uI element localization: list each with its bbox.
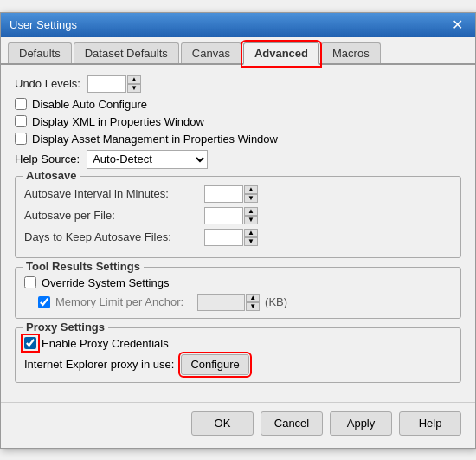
undo-levels-spinbox: 25 ▲ ▼ (87, 75, 141, 93)
display-asset-checkbox[interactable] (15, 133, 27, 145)
proxy-settings-group: Proxy Settings Enable Proxy Credentials … (15, 327, 461, 383)
tab-canvas[interactable]: Canvas (181, 42, 241, 63)
cancel-button[interactable]: Cancel (261, 411, 323, 436)
disable-auto-configure-label: Disable Auto Configure (32, 98, 147, 111)
autosave-interval-label: Autosave Interval in Minutes: (24, 187, 197, 200)
autosave-interval-up[interactable]: ▲ (244, 185, 258, 194)
checkbox-display-asset: Display Asset Management in Properties W… (15, 133, 461, 146)
autosave-days-spinbox: 30 ▲ ▼ (204, 229, 258, 246)
autosave-per-file-input[interactable]: 3 (204, 207, 243, 224)
autosave-per-file-row: Autosave per File: 3 ▲ ▼ (24, 207, 452, 224)
undo-levels-spin-down[interactable]: ▼ (127, 84, 141, 93)
autosave-group: Autosave Autosave Interval in Minutes: 1… (15, 176, 461, 258)
configure-button[interactable]: Configure (181, 354, 248, 375)
override-system-row: Override System Settings (24, 276, 452, 289)
memory-limit-input[interactable]: 1024 (197, 294, 245, 311)
proxy-group-label: Proxy Settings (23, 321, 108, 334)
dialog-title: User Settings (10, 18, 77, 31)
autosave-per-file-label: Autosave per File: (24, 209, 197, 222)
memory-limit-up[interactable]: ▲ (246, 294, 260, 302)
autosave-interval-spinbox: 10 ▲ ▼ (204, 185, 258, 203)
autosave-days-up[interactable]: ▲ (244, 229, 258, 237)
display-xml-checkbox[interactable] (15, 115, 27, 127)
memory-limit-checkbox[interactable] (38, 296, 50, 308)
undo-levels-spin-buttons: ▲ ▼ (127, 75, 141, 93)
autosave-days-row: Days to Keep Autosave Files: 30 ▲ ▼ (24, 229, 452, 246)
autosave-days-down[interactable]: ▼ (244, 237, 258, 246)
footer: OK Cancel Apply Help (1, 402, 475, 448)
enable-proxy-checkbox[interactable] (24, 337, 36, 349)
memory-limit-down[interactable]: ▼ (246, 302, 260, 311)
help-button[interactable]: Help (399, 411, 461, 436)
help-source-label: Help Source: (15, 152, 80, 165)
tab-advanced[interactable]: Advanced (243, 42, 319, 65)
undo-levels-input[interactable]: 25 (87, 75, 126, 93)
ie-proxy-row: Internet Explorer proxy in use: Configur… (24, 354, 452, 375)
memory-limit-label: Memory Limit per Anchor: (55, 295, 183, 308)
tab-dataset-defaults[interactable]: Dataset Defaults (74, 42, 179, 63)
display-asset-label: Display Asset Management in Properties W… (32, 133, 278, 146)
enable-proxy-row: Enable Proxy Credentials (24, 337, 452, 350)
close-button[interactable]: ✕ (448, 18, 466, 32)
apply-button[interactable]: Apply (330, 411, 392, 436)
memory-limit-row: Memory Limit per Anchor: 1024 ▲ ▼ (KB) (38, 294, 452, 311)
content-area: Undo Levels: 25 ▲ ▼ Disable Auto Configu… (1, 65, 475, 402)
autosave-per-file-spinbox: 3 ▲ ▼ (204, 207, 258, 224)
autosave-per-file-up[interactable]: ▲ (244, 207, 258, 216)
help-source-select[interactable]: Auto-Detect Local Online (87, 150, 208, 169)
autosave-days-label: Days to Keep Autosave Files: (24, 230, 197, 243)
enable-proxy-label: Enable Proxy Credentials (42, 337, 169, 350)
undo-levels-spin-up[interactable]: ▲ (127, 75, 141, 84)
ok-button[interactable]: OK (191, 411, 254, 436)
undo-levels-row: Undo Levels: 25 ▲ ▼ (15, 75, 461, 93)
autosave-group-label: Autosave (23, 169, 80, 182)
memory-limit-spinbox: 1024 ▲ ▼ (197, 294, 260, 311)
display-xml-label: Display XML in Properties Window (32, 115, 204, 128)
memory-unit-label: (KB) (265, 295, 287, 308)
tabs-container: Defaults Dataset Defaults Canvas Advance… (1, 37, 475, 65)
autosave-days-input[interactable]: 30 (204, 229, 243, 246)
undo-levels-label: Undo Levels: (15, 77, 80, 90)
override-system-label: Override System Settings (42, 276, 169, 289)
help-source-row: Help Source: Auto-Detect Local Online (15, 150, 461, 169)
autosave-interval-row: Autosave Interval in Minutes: 10 ▲ ▼ (24, 185, 452, 203)
autosave-interval-input[interactable]: 10 (204, 185, 243, 203)
tab-defaults[interactable]: Defaults (8, 42, 72, 63)
checkbox-display-xml: Display XML in Properties Window (15, 115, 461, 128)
tool-results-group: Tool Results Settings Override System Se… (15, 267, 461, 319)
checkbox-disable-auto: Disable Auto Configure (15, 98, 461, 111)
autosave-interval-down[interactable]: ▼ (244, 194, 258, 203)
override-system-checkbox[interactable] (24, 276, 36, 288)
tab-macros[interactable]: Macros (321, 42, 381, 63)
ie-proxy-label: Internet Explorer proxy in use: (24, 358, 174, 371)
title-bar: User Settings ✕ (1, 13, 475, 37)
disable-auto-configure-checkbox[interactable] (15, 98, 27, 110)
autosave-per-file-down[interactable]: ▼ (244, 216, 258, 224)
user-settings-dialog: User Settings ✕ Defaults Dataset Default… (0, 12, 476, 449)
tool-results-group-label: Tool Results Settings (23, 260, 144, 273)
